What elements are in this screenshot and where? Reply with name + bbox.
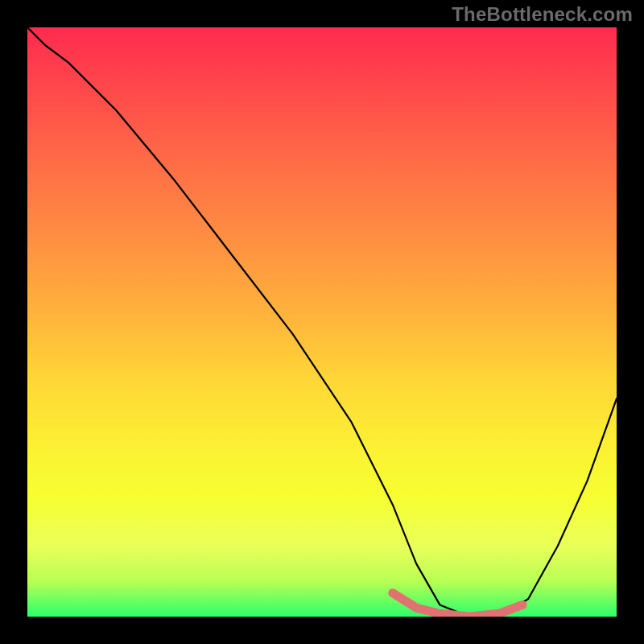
flat-highlight-path <box>393 593 522 617</box>
bottleneck-curve-path <box>27 27 617 617</box>
plot-area <box>27 27 617 617</box>
chart-frame: TheBottleneck.com <box>0 0 644 644</box>
watermark-text: TheBottleneck.com <box>452 3 633 26</box>
curve-svg <box>27 27 617 617</box>
